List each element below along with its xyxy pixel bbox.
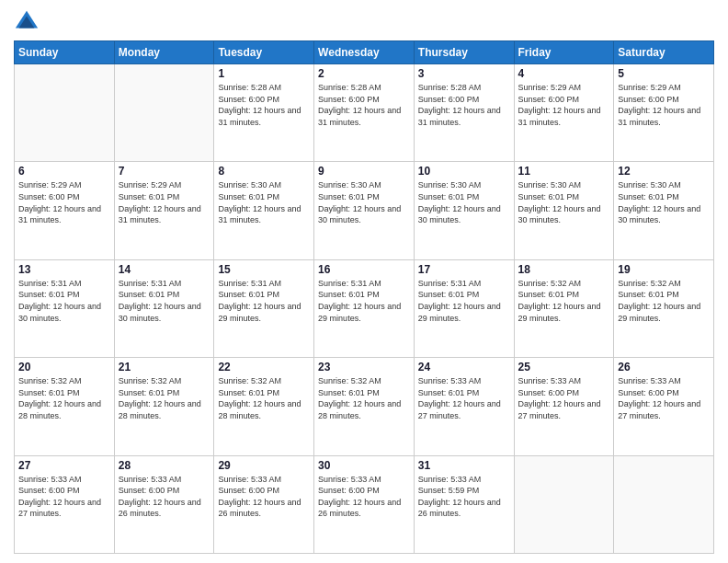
calendar-cell: 21Sunrise: 5:32 AMSunset: 6:01 PMDayligh… <box>114 358 214 455</box>
day-number: 19 <box>618 263 710 276</box>
week-row-1: 6Sunrise: 5:29 AMSunset: 6:00 PMDaylight… <box>15 162 714 259</box>
calendar-cell: 15Sunrise: 5:31 AMSunset: 6:01 PMDayligh… <box>214 259 314 357</box>
calendar-cell: 1Sunrise: 5:28 AMSunset: 6:00 PMDaylight… <box>214 64 314 162</box>
day-info: Sunrise: 5:29 AMSunset: 6:00 PMDaylight:… <box>18 179 110 225</box>
weekday-header-sunday: Sunday <box>15 41 115 64</box>
day-info: Sunrise: 5:31 AMSunset: 6:01 PMDaylight:… <box>218 278 310 324</box>
day-number: 17 <box>418 263 510 276</box>
calendar-table: SundayMondayTuesdayWednesdayThursdayFrid… <box>14 40 714 554</box>
day-number: 27 <box>18 459 110 472</box>
week-row-2: 13Sunrise: 5:31 AMSunset: 6:01 PMDayligh… <box>15 259 714 357</box>
calendar-cell: 23Sunrise: 5:32 AMSunset: 6:01 PMDayligh… <box>314 358 415 455</box>
day-info: Sunrise: 5:29 AMSunset: 6:00 PMDaylight:… <box>518 82 610 128</box>
day-info: Sunrise: 5:30 AMSunset: 6:01 PMDaylight:… <box>618 179 710 225</box>
day-info: Sunrise: 5:28 AMSunset: 6:00 PMDaylight:… <box>218 82 310 128</box>
day-info: Sunrise: 5:32 AMSunset: 6:01 PMDaylight:… <box>18 375 110 421</box>
logo-icon <box>14 9 40 35</box>
day-info: Sunrise: 5:28 AMSunset: 6:00 PMDaylight:… <box>418 82 510 128</box>
calendar-cell: 13Sunrise: 5:31 AMSunset: 6:01 PMDayligh… <box>15 259 115 357</box>
day-info: Sunrise: 5:32 AMSunset: 6:01 PMDaylight:… <box>119 375 210 421</box>
day-number: 4 <box>518 67 610 80</box>
weekday-header-saturday: Saturday <box>614 41 714 64</box>
day-number: 20 <box>18 361 110 373</box>
calendar-cell: 12Sunrise: 5:30 AMSunset: 6:01 PMDayligh… <box>614 162 714 259</box>
weekday-header-row: SundayMondayTuesdayWednesdayThursdayFrid… <box>15 41 714 64</box>
day-number: 6 <box>18 165 110 178</box>
calendar-cell: 2Sunrise: 5:28 AMSunset: 6:00 PMDaylight… <box>314 64 415 162</box>
week-row-0: 1Sunrise: 5:28 AMSunset: 6:00 PMDaylight… <box>15 64 714 162</box>
day-number: 24 <box>418 361 510 373</box>
day-info: Sunrise: 5:32 AMSunset: 6:01 PMDaylight:… <box>318 375 410 421</box>
weekday-header-thursday: Thursday <box>414 41 514 64</box>
weekday-header-wednesday: Wednesday <box>314 41 415 64</box>
weekday-header-friday: Friday <box>514 41 614 64</box>
calendar-cell: 9Sunrise: 5:30 AMSunset: 6:01 PMDaylight… <box>314 162 415 259</box>
day-number: 7 <box>119 165 210 178</box>
calendar-cell: 20Sunrise: 5:32 AMSunset: 6:01 PMDayligh… <box>15 358 115 455</box>
day-number: 23 <box>318 361 410 373</box>
calendar-body: 1Sunrise: 5:28 AMSunset: 6:00 PMDaylight… <box>15 64 714 554</box>
day-info: Sunrise: 5:32 AMSunset: 6:01 PMDaylight:… <box>618 278 710 324</box>
calendar-cell <box>514 455 614 553</box>
day-number: 8 <box>218 165 310 178</box>
day-number: 14 <box>119 263 210 276</box>
day-info: Sunrise: 5:30 AMSunset: 6:01 PMDaylight:… <box>518 179 610 225</box>
day-info: Sunrise: 5:33 AMSunset: 6:00 PMDaylight:… <box>318 474 410 520</box>
day-info: Sunrise: 5:33 AMSunset: 6:01 PMDaylight:… <box>418 375 510 421</box>
day-number: 15 <box>218 263 310 276</box>
week-row-3: 20Sunrise: 5:32 AMSunset: 6:01 PMDayligh… <box>15 358 714 455</box>
calendar-cell: 18Sunrise: 5:32 AMSunset: 6:01 PMDayligh… <box>514 259 614 357</box>
day-info: Sunrise: 5:32 AMSunset: 6:01 PMDaylight:… <box>218 375 310 421</box>
calendar-cell: 30Sunrise: 5:33 AMSunset: 6:00 PMDayligh… <box>314 455 415 553</box>
day-number: 12 <box>618 165 710 178</box>
header <box>14 9 714 35</box>
day-info: Sunrise: 5:29 AMSunset: 6:01 PMDaylight:… <box>119 179 210 225</box>
calendar-header: SundayMondayTuesdayWednesdayThursdayFrid… <box>15 41 714 64</box>
week-row-4: 27Sunrise: 5:33 AMSunset: 6:00 PMDayligh… <box>15 455 714 553</box>
calendar-cell: 19Sunrise: 5:32 AMSunset: 6:01 PMDayligh… <box>614 259 714 357</box>
day-info: Sunrise: 5:31 AMSunset: 6:01 PMDaylight:… <box>318 278 410 324</box>
calendar-cell: 3Sunrise: 5:28 AMSunset: 6:00 PMDaylight… <box>414 64 514 162</box>
day-number: 29 <box>218 459 310 472</box>
calendar-cell: 27Sunrise: 5:33 AMSunset: 6:00 PMDayligh… <box>15 455 115 553</box>
day-info: Sunrise: 5:31 AMSunset: 6:01 PMDaylight:… <box>18 278 110 324</box>
calendar-cell: 14Sunrise: 5:31 AMSunset: 6:01 PMDayligh… <box>114 259 214 357</box>
day-number: 9 <box>318 165 410 178</box>
day-info: Sunrise: 5:33 AMSunset: 6:00 PMDaylight:… <box>18 474 110 520</box>
day-number: 5 <box>618 67 710 80</box>
calendar-cell: 26Sunrise: 5:33 AMSunset: 6:00 PMDayligh… <box>614 358 714 455</box>
calendar-cell <box>15 64 115 162</box>
day-info: Sunrise: 5:31 AMSunset: 6:01 PMDaylight:… <box>119 278 210 324</box>
day-number: 2 <box>318 67 410 80</box>
calendar-cell: 6Sunrise: 5:29 AMSunset: 6:00 PMDaylight… <box>15 162 115 259</box>
day-number: 10 <box>418 165 510 178</box>
calendar-cell: 8Sunrise: 5:30 AMSunset: 6:01 PMDaylight… <box>214 162 314 259</box>
day-number: 13 <box>18 263 110 276</box>
calendar-cell: 10Sunrise: 5:30 AMSunset: 6:01 PMDayligh… <box>414 162 514 259</box>
day-number: 21 <box>119 361 210 373</box>
day-info: Sunrise: 5:33 AMSunset: 6:00 PMDaylight:… <box>119 474 210 520</box>
day-number: 31 <box>418 459 510 472</box>
weekday-header-monday: Monday <box>114 41 214 64</box>
day-number: 11 <box>518 165 610 178</box>
day-number: 18 <box>518 263 610 276</box>
day-info: Sunrise: 5:33 AMSunset: 6:00 PMDaylight:… <box>518 375 610 421</box>
calendar-cell: 31Sunrise: 5:33 AMSunset: 5:59 PMDayligh… <box>414 455 514 553</box>
day-number: 26 <box>618 361 710 373</box>
calendar-cell <box>114 64 214 162</box>
day-number: 28 <box>119 459 210 472</box>
day-info: Sunrise: 5:32 AMSunset: 6:01 PMDaylight:… <box>518 278 610 324</box>
day-info: Sunrise: 5:30 AMSunset: 6:01 PMDaylight:… <box>318 179 410 225</box>
day-info: Sunrise: 5:30 AMSunset: 6:01 PMDaylight:… <box>218 179 310 225</box>
day-number: 25 <box>518 361 610 373</box>
calendar-cell: 24Sunrise: 5:33 AMSunset: 6:01 PMDayligh… <box>414 358 514 455</box>
day-number: 16 <box>318 263 410 276</box>
day-number: 1 <box>218 67 310 80</box>
day-info: Sunrise: 5:29 AMSunset: 6:00 PMDaylight:… <box>618 82 710 128</box>
logo <box>14 9 43 35</box>
day-info: Sunrise: 5:31 AMSunset: 6:01 PMDaylight:… <box>418 278 510 324</box>
day-info: Sunrise: 5:33 AMSunset: 5:59 PMDaylight:… <box>418 474 510 520</box>
calendar-cell: 16Sunrise: 5:31 AMSunset: 6:01 PMDayligh… <box>314 259 415 357</box>
weekday-header-tuesday: Tuesday <box>214 41 314 64</box>
calendar-cell: 28Sunrise: 5:33 AMSunset: 6:00 PMDayligh… <box>114 455 214 553</box>
